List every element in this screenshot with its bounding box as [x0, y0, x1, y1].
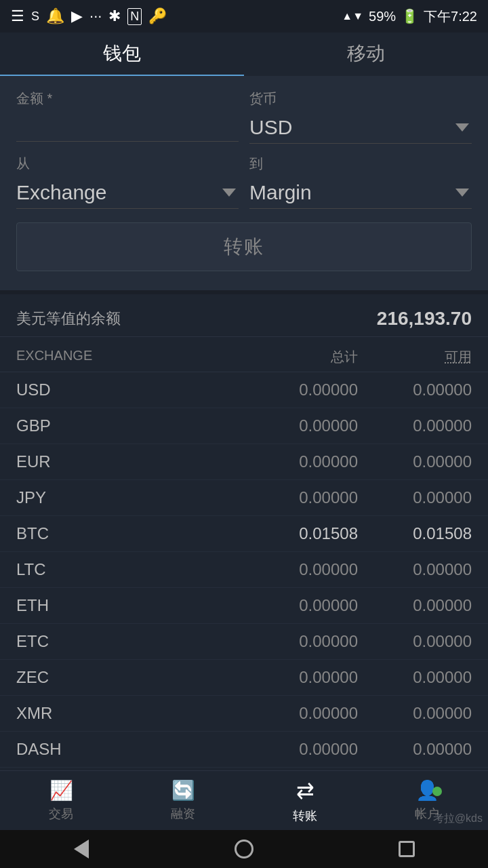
total-cell: 0.00000 — [244, 380, 358, 399]
currency-cell: USD — [16, 380, 244, 399]
transfer-button[interactable]: 转账 — [16, 222, 472, 271]
currency-value: USD — [249, 116, 472, 139]
total-cell: 0.00000 — [244, 740, 358, 759]
account-dot — [432, 787, 442, 796]
transfer-icon: ⇄ — [296, 778, 314, 804]
main-tabs: 钱包 移动 — [0, 33, 488, 76]
android-nav-bar — [0, 830, 488, 868]
finance-icon: 🔄 — [171, 779, 195, 802]
currency-cell: ZEC — [16, 668, 244, 687]
tab-move[interactable]: 移动 — [244, 33, 488, 76]
table-row: BTC 0.01508 0.01508 — [0, 516, 488, 552]
available-cell: 0.00000 — [358, 704, 472, 723]
total-cell: 0.00000 — [244, 668, 358, 687]
bluetooth-icon: ✱ — [108, 7, 121, 25]
to-dropdown-arrow — [455, 189, 469, 197]
nav-finance[interactable]: 🔄 融资 — [122, 771, 244, 830]
from-group: 从 Exchange — [16, 155, 239, 209]
to-select[interactable]: Margin — [249, 177, 472, 209]
currency-cell: EUR — [16, 452, 244, 471]
nav-trade[interactable]: 📈 交易 — [0, 771, 122, 830]
amount-group: 金额 * — [16, 90, 239, 144]
to-value: Margin — [249, 181, 472, 204]
s-icon: S — [31, 9, 39, 24]
send-icon: ▶ — [71, 7, 83, 25]
battery-icon: 🔋 — [401, 8, 418, 24]
table-row: GBP 0.00000 0.00000 — [0, 408, 488, 444]
bell-icon: 🔔 — [46, 7, 64, 25]
available-cell: 0.00000 — [358, 416, 472, 435]
to-group: 到 Margin — [249, 155, 472, 209]
watermark: 考拉@kds — [433, 812, 483, 826]
back-triangle-icon — [74, 840, 89, 859]
battery-text: 59% — [369, 9, 396, 24]
bottom-nav: 📈 交易 🔄 融资 ⇄ 转账 👤 帐户 — [0, 770, 488, 830]
available-cell: 0.01508 — [358, 524, 472, 543]
currency-cell: JPY — [16, 488, 244, 507]
status-icons-right: ▲▼ 59% 🔋 下午7:22 — [342, 7, 477, 26]
total-cell: 0.01508 — [244, 524, 358, 543]
currency-dropdown-arrow — [455, 123, 469, 132]
balance-value: 216,193.70 — [377, 308, 472, 330]
currency-cell: BTC — [16, 524, 244, 543]
header-exchange: EXCHANGE — [16, 348, 244, 366]
table-row: LTC 0.00000 0.00000 — [0, 552, 488, 588]
header-available: 可用 — [358, 348, 472, 366]
available-cell: 0.00000 — [358, 596, 472, 615]
dots-icon: ··· — [89, 7, 102, 25]
balance-label: 美元等值的余额 — [16, 309, 121, 329]
home-button[interactable] — [230, 835, 258, 863]
available-cell: 0.00000 — [358, 452, 472, 471]
key-icon: 🔑 — [148, 7, 167, 25]
total-cell: 0.00000 — [244, 596, 358, 615]
table-header: EXCHANGE 总计 可用 — [0, 337, 488, 372]
nav-finance-label: 融资 — [171, 806, 195, 822]
table-row: USD 0.00000 0.00000 — [0, 372, 488, 408]
from-value: Exchange — [16, 181, 239, 204]
available-cell: 0.00000 — [358, 632, 472, 651]
total-cell: 0.00000 — [244, 704, 358, 723]
to-label: 到 — [249, 155, 472, 173]
table-row: ETC 0.00000 0.00000 — [0, 624, 488, 660]
nav-transfer[interactable]: ⇄ 转账 — [244, 771, 366, 830]
from-dropdown-arrow — [222, 189, 236, 197]
available-cell: 0.00000 — [358, 668, 472, 687]
from-label: 从 — [16, 155, 239, 173]
available-cell: 0.00000 — [358, 740, 472, 759]
table-row: XMR 0.00000 0.00000 — [0, 696, 488, 732]
currency-cell: ETH — [16, 596, 244, 615]
total-cell: 0.00000 — [244, 488, 358, 507]
from-select[interactable]: Exchange — [16, 177, 239, 209]
currency-cell: ETC — [16, 632, 244, 651]
table-row: ZEC 0.00000 0.00000 — [0, 660, 488, 696]
trade-icon: 📈 — [49, 779, 73, 802]
tab-wallet[interactable]: 钱包 — [0, 33, 244, 76]
transfer-form: 金额 * 货币 USD 从 Exchange 到 Margin — [0, 76, 488, 294]
currency-cell: XMR — [16, 704, 244, 723]
currency-select[interactable]: USD — [249, 112, 472, 144]
header-total: 总计 — [244, 348, 358, 366]
total-cell: 0.00000 — [244, 452, 358, 471]
table-row: DASH 0.00000 0.00000 — [0, 732, 488, 768]
currency-cell: LTC — [16, 560, 244, 579]
nfc-icon: N — [127, 8, 142, 25]
table-row: ETH 0.00000 0.00000 — [0, 588, 488, 624]
currency-cell: GBP — [16, 416, 244, 435]
amount-label: 金额 * — [16, 90, 239, 108]
status-icons-left: ☰ S 🔔 ▶ ··· ✱ N 🔑 — [11, 7, 167, 25]
total-cell: 0.00000 — [244, 560, 358, 579]
recents-square-icon — [399, 841, 415, 857]
available-cell: 0.00000 — [358, 380, 472, 399]
currency-group: 货币 USD — [249, 90, 472, 144]
table-row: JPY 0.00000 0.00000 — [0, 480, 488, 516]
total-cell: 0.00000 — [244, 416, 358, 435]
currency-label: 货币 — [249, 90, 472, 108]
recents-button[interactable] — [393, 835, 420, 863]
nav-transfer-label: 转账 — [293, 808, 317, 824]
status-bar: ☰ S 🔔 ▶ ··· ✱ N 🔑 ▲▼ 59% 🔋 下午7:22 — [0, 0, 488, 33]
back-button[interactable] — [68, 835, 95, 863]
amount-input[interactable] — [16, 112, 239, 142]
currency-cell: DASH — [16, 740, 244, 759]
available-cell: 0.00000 — [358, 560, 472, 579]
table-row: EUR 0.00000 0.00000 — [0, 444, 488, 480]
